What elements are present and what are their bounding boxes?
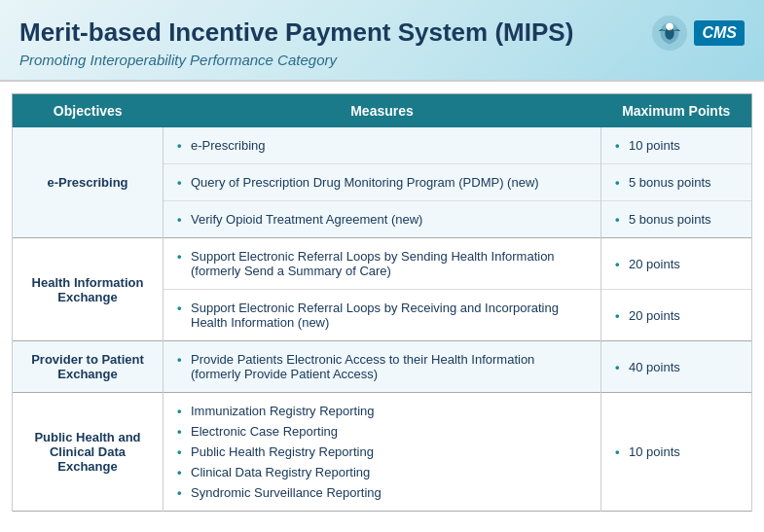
- mips-table: Objectives Measures Maximum Points e-Pre…: [12, 93, 752, 512]
- page-subtitle: Promoting Interoperability Performance C…: [19, 52, 745, 68]
- points-cell: 40 points: [601, 341, 752, 393]
- points-cell: 10 points: [601, 393, 752, 512]
- cms-badge: CMS: [694, 20, 745, 46]
- page-header: Merit-based Incentive Payment System (MI…: [0, 0, 764, 82]
- measure-cell: e-Prescribing: [164, 127, 601, 164]
- table-row: e-Prescribing e-Prescribing 10 points: [13, 127, 752, 164]
- objective-hie: Health Information Exchange: [13, 238, 164, 341]
- list-item: 40 points: [615, 357, 738, 377]
- points-cell: 5 bonus points: [601, 201, 752, 238]
- eagle-icon: [651, 15, 688, 52]
- points-cell: 10 points: [601, 127, 752, 164]
- list-item: Immunization Registry Reporting: [177, 401, 587, 421]
- measure-cell: Query of Prescription Drug Monitoring Pr…: [164, 164, 601, 201]
- measure-cell: Support Electronic Referral Loops by Rec…: [164, 290, 601, 341]
- table-row: Public Health and Clinical Data Exchange…: [13, 393, 752, 512]
- measures-header: Measures: [164, 94, 601, 128]
- points-header: Maximum Points: [601, 94, 752, 128]
- measure-cell: Support Electronic Referral Loops by Sen…: [164, 238, 601, 290]
- measure-cell: Immunization Registry Reporting Electron…: [164, 393, 601, 512]
- cms-logo: CMS: [651, 15, 745, 52]
- points-cell: 20 points: [601, 238, 752, 290]
- points-cell: 20 points: [601, 290, 752, 341]
- table-row: Provider to Patient Exchange Provide Pat…: [13, 341, 752, 393]
- list-item: Provide Patients Electronic Access to th…: [177, 349, 587, 384]
- objective-public-health: Public Health and Clinical Data Exchange: [13, 393, 164, 512]
- list-item: Support Electronic Referral Loops by Sen…: [177, 246, 587, 281]
- list-item: Query of Prescription Drug Monitoring Pr…: [177, 172, 587, 193]
- list-item: 10 points: [615, 135, 738, 156]
- title-text: Merit-based Incentive Payment System (MI…: [19, 18, 573, 48]
- list-item: Public Health Registry Reporting: [177, 442, 587, 462]
- objective-eprescribing: e-Prescribing: [13, 127, 164, 238]
- measure-cell: Provide Patients Electronic Access to th…: [164, 341, 601, 393]
- list-item: Clinical Data Registry Reporting: [177, 462, 587, 482]
- main-table-container: Objectives Measures Maximum Points e-Pre…: [0, 82, 764, 523]
- measure-cell: Verify Opioid Treatment Agreement (new): [164, 201, 601, 238]
- table-row: Health Information Exchange Support Elec…: [13, 238, 752, 290]
- list-item: 10 points: [615, 442, 738, 462]
- objective-provider-patient: Provider to Patient Exchange: [13, 341, 164, 393]
- list-item: Syndromic Surveillance Reporting: [177, 482, 587, 503]
- list-item: 20 points: [615, 254, 738, 274]
- objectives-header: Objectives: [13, 94, 164, 128]
- list-item: 5 bonus points: [615, 209, 738, 230]
- page-title: Merit-based Incentive Payment System (MI…: [19, 18, 745, 48]
- points-cell: 5 bonus points: [601, 164, 752, 201]
- list-item: Electronic Case Reporting: [177, 421, 587, 442]
- table-header-row: Objectives Measures Maximum Points: [13, 94, 752, 128]
- list-item: 5 bonus points: [615, 172, 738, 193]
- list-item: 20 points: [615, 305, 738, 326]
- list-item: Verify Opioid Treatment Agreement (new): [177, 209, 587, 230]
- list-item: e-Prescribing: [177, 135, 587, 156]
- list-item: Support Electronic Referral Loops by Rec…: [177, 298, 587, 333]
